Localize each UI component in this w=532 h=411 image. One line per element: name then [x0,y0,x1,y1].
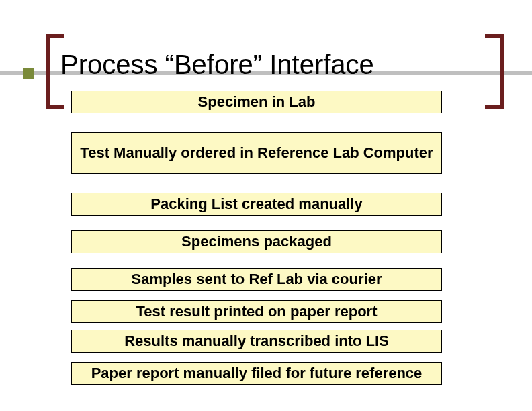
step-box: Specimens packaged [71,230,442,253]
step-label: Test Manually ordered in Reference Lab C… [80,144,433,163]
right-bracket-icon [485,34,504,109]
step-box: Test result printed on paper report [71,300,442,323]
step-label: Packing List created manually [150,195,362,214]
accent-square-icon [23,68,34,79]
step-label: Specimen in Lab [198,93,316,111]
step-box: Packing List created manually [71,193,442,216]
step-label: Results manually transcribed into LIS [124,332,389,351]
page-title: Process “Before” Interface [60,50,374,80]
step-box: Samples sent to Ref Lab via courier [71,268,442,291]
step-label: Specimens packaged [181,232,332,251]
step-box: Test Manually ordered in Reference Lab C… [71,132,442,174]
step-box: Paper report manually filed for future r… [71,362,442,385]
step-box: Results manually transcribed into LIS [71,330,442,353]
step-box: Specimen in Lab [71,91,442,113]
process-steps: Specimen in Lab Test Manually ordered in… [71,91,442,385]
step-label: Test result printed on paper report [136,302,378,321]
step-label: Paper report manually filed for future r… [91,364,423,383]
step-label: Samples sent to Ref Lab via courier [132,270,382,289]
